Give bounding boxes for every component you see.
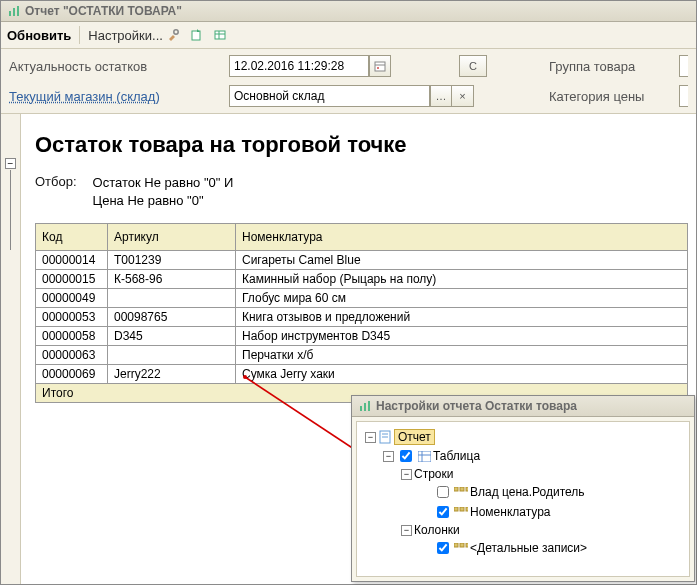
tree-label-owner-price: Влад цена.Родитель bbox=[470, 485, 585, 499]
tree-label-nomen: Номенклатура bbox=[470, 505, 551, 519]
svg-rect-28 bbox=[454, 543, 458, 547]
svg-rect-14 bbox=[364, 403, 366, 411]
checkbox[interactable] bbox=[437, 486, 449, 498]
settings-button[interactable]: Настройки... bbox=[88, 27, 181, 43]
data-table: Код Артикул Номенклатура 00000014Т001239… bbox=[35, 223, 688, 403]
checkbox[interactable] bbox=[437, 542, 449, 554]
export-table-icon[interactable] bbox=[213, 27, 229, 43]
table-cell: К-568-96 bbox=[108, 270, 236, 289]
table-cell: Книга отзывов и предложений bbox=[236, 308, 688, 327]
table-cell: 00000063 bbox=[36, 346, 108, 365]
svg-rect-30 bbox=[466, 543, 468, 547]
actuality-label: Актуальность остатков bbox=[9, 59, 229, 74]
filter-label: Отбор: bbox=[35, 174, 77, 209]
table-row[interactable]: 00000058D345Набор инструментов D345 bbox=[36, 327, 688, 346]
tree-row-nomen[interactable]: Номенклатура bbox=[361, 502, 685, 522]
store-input[interactable] bbox=[229, 85, 430, 107]
svg-rect-25 bbox=[454, 507, 458, 511]
table-cell: Т001239 bbox=[108, 251, 236, 270]
svg-rect-27 bbox=[466, 507, 468, 511]
table-cell bbox=[108, 346, 236, 365]
tree-row-report[interactable]: − Отчет bbox=[361, 428, 685, 446]
col-code-header[interactable]: Код bbox=[36, 224, 108, 251]
tree-label-table: Таблица bbox=[433, 449, 480, 463]
date-input[interactable] bbox=[229, 55, 369, 77]
svg-rect-29 bbox=[460, 543, 464, 547]
tree-toggle-icon[interactable]: − bbox=[383, 451, 394, 462]
filter-values: Остаток Не равно "0" И Цена Не равно "0" bbox=[93, 174, 234, 209]
checkbox[interactable] bbox=[400, 450, 412, 462]
table-cell: Перчатки х/б bbox=[236, 346, 688, 365]
svg-rect-13 bbox=[360, 406, 362, 411]
table-row[interactable]: 00000014Т001239Сигареты Camel Blue bbox=[36, 251, 688, 270]
table-cell: 00098765 bbox=[108, 308, 236, 327]
collapse-toggle[interactable]: − bbox=[5, 158, 16, 169]
popup-titlebar: Настройки отчета Остатки товара bbox=[352, 396, 694, 417]
tree-row-owner-price[interactable]: Влад цена.Родитель bbox=[361, 482, 685, 502]
table-cell: Глобус мира 60 см bbox=[236, 289, 688, 308]
filter-line: Остаток Не равно "0" И bbox=[93, 174, 234, 192]
tree-toggle-icon[interactable]: − bbox=[365, 432, 376, 443]
table-cell: 00000053 bbox=[36, 308, 108, 327]
filter-line: Цена Не равно "0" bbox=[93, 192, 234, 210]
window-title: Отчет "ОСТАТКИ ТОВАРА" bbox=[25, 4, 182, 18]
table-row[interactable]: 0000005300098765Книга отзывов и предложе… bbox=[36, 308, 688, 327]
tree-label-rows: Строки bbox=[414, 467, 453, 481]
calendar-icon[interactable] bbox=[369, 55, 391, 77]
svg-point-3 bbox=[174, 30, 178, 34]
clear-button[interactable]: С bbox=[459, 55, 487, 77]
tree-row-rows[interactable]: − Строки bbox=[361, 466, 685, 482]
tree-label-report: Отчет bbox=[394, 429, 435, 445]
tree-toggle-icon[interactable]: − bbox=[401, 469, 412, 480]
checkbox[interactable] bbox=[437, 506, 449, 518]
report-title: Остаток товара на торговой точке bbox=[35, 132, 688, 158]
group-input-wrap bbox=[679, 55, 688, 77]
date-input-wrap bbox=[229, 55, 459, 77]
table-cell: Каминный набор (Рыцарь на полу) bbox=[236, 270, 688, 289]
refresh-button[interactable]: Обновить bbox=[7, 28, 71, 43]
svg-rect-5 bbox=[215, 31, 225, 39]
svg-rect-19 bbox=[418, 451, 431, 462]
table-cell: 00000049 bbox=[36, 289, 108, 308]
wrench-icon bbox=[165, 27, 181, 43]
table-row[interactable]: 00000015К-568-96Каминный набор (Рыцарь н… bbox=[36, 270, 688, 289]
outline-gutter: − bbox=[1, 114, 21, 584]
store-clear-icon[interactable]: × bbox=[452, 85, 474, 107]
price-cat-input[interactable] bbox=[679, 85, 688, 107]
settings-popup: Настройки отчета Остатки товара − Отчет … bbox=[351, 395, 695, 582]
chart-icon bbox=[358, 399, 372, 413]
svg-rect-0 bbox=[9, 11, 11, 16]
col-nomen-header[interactable]: Номенклатура bbox=[236, 224, 688, 251]
store-pick-icon[interactable]: … bbox=[430, 85, 452, 107]
store-label[interactable]: Текущий магазин (склад) bbox=[9, 89, 229, 104]
table-cell: Набор инструментов D345 bbox=[236, 327, 688, 346]
table-row[interactable]: 00000063Перчатки х/б bbox=[36, 346, 688, 365]
params-panel: Актуальность остатков С Группа товара Те… bbox=[1, 49, 696, 114]
tree-row-table[interactable]: − Таблица bbox=[361, 446, 685, 466]
table-row[interactable]: 00000049Глобус мира 60 см bbox=[36, 289, 688, 308]
tree-toggle-icon[interactable]: − bbox=[401, 525, 412, 536]
table-cell: Jerry222 bbox=[108, 365, 236, 384]
table-cell: D345 bbox=[108, 327, 236, 346]
export-icon[interactable] bbox=[189, 27, 205, 43]
svg-rect-23 bbox=[460, 487, 464, 491]
svg-rect-4 bbox=[192, 31, 200, 40]
tree-row-detail[interactable]: <Детальные записи> bbox=[361, 538, 685, 558]
group-field-icon bbox=[454, 541, 468, 555]
col-article-header[interactable]: Артикул bbox=[108, 224, 236, 251]
titlebar: Отчет "ОСТАТКИ ТОВАРА" bbox=[1, 1, 696, 22]
tree-row-cols[interactable]: − Колонки bbox=[361, 522, 685, 538]
svg-rect-10 bbox=[377, 67, 379, 69]
table-cell bbox=[108, 289, 236, 308]
svg-rect-24 bbox=[466, 487, 468, 491]
table-cell: Сумка Jerry хаки bbox=[236, 365, 688, 384]
group-field-icon bbox=[454, 505, 468, 519]
table-cell: 00000014 bbox=[36, 251, 108, 270]
svg-rect-26 bbox=[460, 507, 464, 511]
popup-tree: − Отчет − Таблица − Строки bbox=[356, 421, 690, 577]
tree-label-detail: <Детальные записи> bbox=[470, 541, 587, 555]
group-input[interactable] bbox=[679, 55, 688, 77]
settings-button-label: Настройки... bbox=[88, 28, 163, 43]
table-row[interactable]: 00000069Jerry222Сумка Jerry хаки bbox=[36, 365, 688, 384]
chart-icon bbox=[7, 4, 21, 18]
